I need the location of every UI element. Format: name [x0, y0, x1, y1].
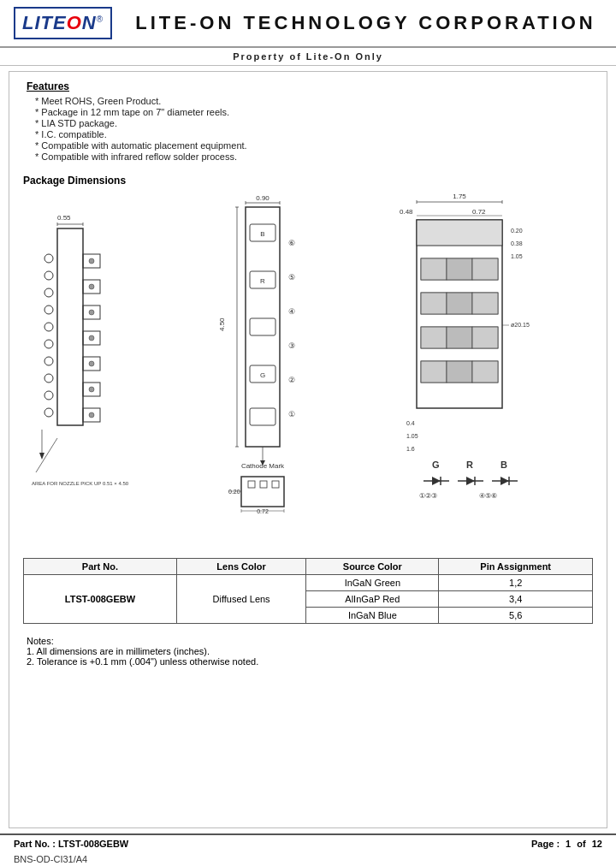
feature-item: * Compatible with automatic placement eq…: [35, 140, 589, 151]
table-row: LTST-008GEBW Diffused Lens InGaN Green 1…: [24, 575, 593, 591]
svg-text:0.90: 0.90: [256, 194, 270, 202]
main-content: Features * Meet ROHS, Green Product. * P…: [9, 71, 607, 828]
notes-section: Notes: 1. All dimensions are in millimet…: [23, 631, 593, 672]
of-label: of: [577, 839, 585, 849]
col-header-lens: Lens Color: [176, 559, 305, 575]
svg-point-7: [44, 288, 53, 297]
logo-box: LITEON®: [14, 7, 112, 39]
logo-text: LITEON®: [22, 12, 104, 34]
svg-text:B: B: [500, 460, 507, 470]
svg-marker-107: [432, 477, 441, 485]
svg-rect-86: [472, 293, 498, 314]
part-number-cell: LTST-008GEBW: [24, 575, 177, 624]
svg-text:AREA FOR NOZZLE PICK UP 0.51 ×: AREA FOR NOZZLE PICK UP 0.51 × 4.50: [32, 481, 129, 486]
svg-rect-81: [447, 258, 472, 280]
svg-rect-85: [447, 293, 472, 314]
svg-rect-90: [472, 327, 498, 348]
col-header-part: Part No.: [24, 559, 177, 575]
svg-point-9: [44, 323, 53, 331]
svg-rect-80: [421, 258, 447, 280]
lens-color-cell: Diffused Lens: [176, 575, 305, 624]
svg-text:⑥: ⑥: [288, 239, 295, 247]
diagram-left: 0.55: [23, 190, 194, 549]
svg-rect-60: [248, 481, 255, 488]
svg-marker-30: [39, 453, 44, 460]
logo-registered: ®: [97, 15, 104, 24]
svg-point-12: [44, 374, 53, 383]
svg-rect-78: [417, 220, 502, 246]
svg-marker-113: [500, 477, 509, 485]
svg-rect-62: [272, 481, 279, 488]
svg-text:G: G: [260, 371, 265, 379]
source-color-cell-1: InGaN Green: [306, 575, 439, 591]
svg-rect-48: [250, 318, 275, 335]
middle-diagram-svg: 0.90 ⑥ ⑤ ④ ③ ② ① B: [198, 190, 361, 515]
feature-item: * Meet ROHS, Green Product.: [35, 96, 589, 106]
company-title: LITE-ON TECHNOLOGY CORPORATION: [129, 12, 602, 34]
svg-line-31: [36, 438, 57, 472]
left-diagram-svg: 0.55: [32, 207, 186, 532]
svg-text:0.4: 0.4: [406, 420, 415, 426]
svg-rect-43: [246, 207, 280, 447]
svg-text:1.75: 1.75: [453, 193, 466, 200]
svg-point-23: [89, 284, 94, 289]
feature-item: * Package in 12 mm tape on 7" diameter r…: [35, 107, 589, 117]
footer-bar: Part No. : LTST-008GEBW Page : 1 of 12: [0, 833, 616, 852]
notes-title: Notes:: [27, 636, 589, 646]
svg-point-24: [89, 310, 94, 315]
feature-item: * Compatible with infrared reflow solder…: [35, 151, 589, 162]
pkg-dimensions-title: Package Dimensions: [23, 175, 593, 187]
feature-item: * LIA STD package.: [35, 118, 589, 128]
svg-text:①②③: ①②③: [419, 492, 437, 500]
diagram-middle: 0.90 ⑥ ⑤ ④ ③ ② ① B: [194, 190, 365, 549]
right-diagram-svg: 1.75 0.48 0.72: [365, 190, 554, 515]
svg-text:4.50: 4.50: [218, 317, 226, 331]
svg-point-26: [89, 361, 94, 366]
svg-text:0.20: 0.20: [511, 228, 523, 234]
svg-rect-88: [421, 327, 447, 348]
svg-point-5: [44, 254, 53, 263]
svg-text:R: R: [260, 277, 265, 285]
svg-point-28: [89, 412, 94, 418]
diagram-right: 1.75 0.48 0.72: [365, 190, 593, 549]
svg-text:1.6: 1.6: [406, 446, 415, 452]
source-color-cell-3: InGaN Blue: [306, 608, 439, 624]
svg-text:④: ④: [288, 307, 295, 316]
svg-point-22: [89, 258, 94, 264]
svg-text:②: ②: [288, 376, 295, 384]
svg-rect-4: [57, 228, 83, 425]
svg-text:①: ①: [288, 410, 295, 418]
svg-rect-61: [260, 481, 267, 488]
svg-text:③: ③: [288, 341, 295, 350]
svg-point-8: [44, 305, 53, 314]
pin-assign-cell-2: 3,4: [439, 591, 593, 608]
features-list: * Meet ROHS, Green Product. * Package in…: [27, 96, 589, 162]
svg-text:ø20.15: ø20.15: [511, 322, 530, 328]
note-item-2: 2. Tolerance is +0.1 mm (.004") unless o…: [27, 656, 589, 667]
svg-rect-82: [472, 258, 498, 280]
svg-text:0.72: 0.72: [257, 508, 269, 514]
svg-rect-92: [421, 361, 447, 383]
svg-rect-51: [250, 408, 275, 425]
svg-text:0.38: 0.38: [511, 240, 523, 246]
svg-text:R: R: [466, 460, 473, 470]
footer-page: Page : 1 of 12: [531, 839, 602, 849]
svg-text:0.55: 0.55: [57, 214, 71, 222]
diagrams-area: 0.55: [23, 190, 593, 549]
svg-text:G: G: [432, 460, 440, 470]
doc-ref: BNS-OD-CI31/A4: [0, 852, 616, 866]
svg-point-11: [44, 357, 53, 365]
svg-rect-89: [447, 327, 472, 348]
svg-rect-84: [421, 293, 447, 314]
page-label: Page :: [531, 839, 560, 849]
svg-text:B: B: [260, 230, 264, 238]
svg-text:⑤: ⑤: [288, 273, 295, 282]
svg-point-13: [44, 391, 53, 400]
svg-point-27: [89, 387, 94, 392]
svg-point-6: [44, 271, 53, 280]
pin-assign-cell-1: 1,2: [439, 575, 593, 591]
subtitle: Property of Lite-On Only: [0, 48, 616, 66]
col-header-pin: Pin Assignment: [439, 559, 593, 575]
svg-text:0.72: 0.72: [472, 208, 486, 216]
svg-text:1.05: 1.05: [406, 433, 418, 439]
